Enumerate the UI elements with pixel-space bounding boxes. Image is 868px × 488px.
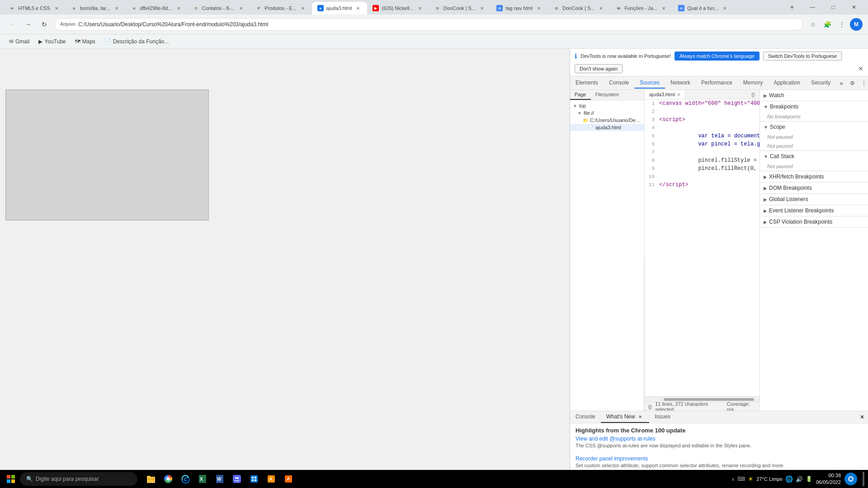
devtools-settings-icon[interactable]: ⚙ (847, 78, 858, 89)
taskbar-app-file-explorer[interactable] (143, 471, 159, 487)
bookmark-descrição-da-função...[interactable]: 📄Descrição da Função... (101, 38, 172, 46)
tray-network-icon[interactable]: 🌐 (785, 475, 793, 483)
tab-close-5[interactable]: ✕ (299, 5, 307, 12)
tab-close-3[interactable]: ✕ (175, 5, 182, 12)
taskbar-app-discord[interactable] (229, 471, 245, 487)
tab-close-10[interactable]: ✕ (597, 5, 604, 12)
debug-section-xhr-header[interactable]: ▶ XHR/fetch Breakpoints (760, 171, 868, 182)
bookmark-maps[interactable]: 🗺Maps (71, 38, 99, 46)
extensions-icon[interactable]: 🧩 (821, 18, 834, 31)
browser-tab-8[interactable]: DDonCook | S...✕ (429, 2, 491, 14)
editor-tab-ajuda3[interactable]: ajuda3.html ✕ (645, 90, 685, 99)
bottom-tab-console[interactable]: Console (570, 411, 601, 423)
sources-tab-filesystem[interactable]: Filesystem (591, 90, 624, 100)
switch-language-button[interactable]: Switch DevTools to Portuguese (763, 52, 842, 61)
taskbar-app-paint[interactable] (263, 471, 279, 487)
editor-tab-close-icon[interactable]: ✕ (677, 92, 680, 97)
debug-section-watch-header[interactable]: ▶ Watch (760, 90, 868, 101)
tray-up-arrow[interactable]: ∧ (731, 477, 735, 482)
tab-close-9[interactable]: ✕ (535, 5, 542, 12)
code-content[interactable]: 1<canvas width="600" height="400"></canv… (645, 99, 760, 396)
file-tree-item-top[interactable]: ▼ top (570, 102, 644, 109)
tab-close-12[interactable]: ✕ (721, 5, 728, 12)
minimize-button[interactable]: — (802, 0, 823, 14)
sources-tab-page[interactable]: Page (570, 90, 591, 100)
notification-close-icon[interactable]: ✕ (858, 65, 863, 72)
debug-section-event-header[interactable]: ▶ Event Listener Breakpoints (760, 205, 868, 216)
tray-keyboard-icon[interactable]: ⌨ (737, 476, 745, 482)
taskbar-app-box[interactable] (246, 471, 262, 487)
whats-new-link-1[interactable]: View and edit @supports at-rules (576, 436, 863, 442)
file-tree-item-dir[interactable]: 📁 C:/Users/Usuario/Desktop/Curs... (570, 117, 644, 124)
taskbar-time[interactable]: 00:38 06/05/2022 (816, 472, 841, 486)
new-tab-button[interactable]: + (786, 1, 798, 14)
debug-section-dom-header[interactable]: ▶ DOM Breakpoints (760, 183, 868, 193)
tab-close-4[interactable]: ✕ (237, 5, 245, 12)
devtools-tab-network[interactable]: Network (665, 78, 696, 89)
debug-section-breakpoints-header[interactable]: ▼ Breakpoints (760, 101, 868, 112)
debug-section-global-header[interactable]: ▶ Global Listeners (760, 194, 868, 205)
tab-close-11[interactable]: ✕ (660, 5, 667, 12)
browser-tab-3[interactable]: ddfb4298e-8d...✕ (126, 2, 188, 14)
tab-close-1[interactable]: ✕ (53, 5, 60, 12)
file-tree-item-file[interactable]: ▼ file:// (570, 109, 644, 117)
taskbar-app-chrome[interactable] (160, 471, 176, 487)
reload-button[interactable]: ↻ (38, 18, 51, 31)
start-button[interactable] (4, 472, 18, 486)
back-button[interactable]: ← (5, 18, 18, 31)
browser-tab-12[interactable]: GQual é a fun...✕ (673, 2, 734, 14)
taskbar-app-excel[interactable]: X (194, 471, 211, 487)
devtools-tabs-more-icon[interactable]: » (836, 78, 847, 89)
tab-close-6[interactable]: ✕ (354, 5, 362, 12)
browser-tab-2[interactable]: bbom/dia, tar...✕ (66, 2, 126, 14)
cortana-icon[interactable] (844, 473, 857, 485)
taskbar-app-tool[interactable] (280, 471, 297, 487)
devtools-tab-security[interactable]: Security (806, 78, 836, 89)
always-match-button[interactable]: Always match Chrome's language (675, 52, 760, 61)
browser-tab-1[interactable]: HHTML5 e CSS✕ (4, 2, 66, 14)
bottom-close-icon[interactable]: ✕ (856, 412, 868, 422)
browser-tab-7[interactable]: ▶(626) Nickell...✕ (367, 2, 429, 14)
debug-section-csp-header[interactable]: ▶ CSP Violation Breakpoints (760, 216, 868, 227)
devtools-more-icon[interactable]: ⋮ (859, 78, 868, 89)
browser-tab-11[interactable]: MFunções - Ja...✕ (610, 2, 673, 14)
dont-show-again-button[interactable]: Don't show again (575, 64, 623, 73)
devtools-tab-performance[interactable]: Performance (696, 78, 738, 89)
debug-section-scope-header[interactable]: ▼ Scope (760, 122, 868, 132)
maximize-button[interactable]: □ (823, 0, 844, 14)
taskbar-app-edge[interactable] (177, 471, 193, 487)
debug-section-callstack-header[interactable]: ▼ Call Stack (760, 151, 868, 162)
bookmarks-icon[interactable]: ☆ (807, 18, 819, 31)
show-desktop-btn[interactable] (863, 472, 864, 486)
file-tree-item-file-selected[interactable]: 📄 ajuda3.html (570, 124, 644, 131)
tray-battery-icon[interactable]: 🔋 (806, 476, 812, 482)
forward-button[interactable]: → (22, 18, 34, 31)
browser-tab-4[interactable]: CContatos - 8-...✕ (188, 2, 250, 14)
profile-button[interactable]: M (850, 18, 863, 31)
tab-close-7[interactable]: ✕ (416, 5, 424, 12)
tab-close-2[interactable]: ✕ (113, 5, 120, 12)
taskbar-search[interactable]: 🔍 Digite aqui para pesquisar (20, 472, 137, 486)
devtools-tab-memory[interactable]: Memory (738, 78, 768, 89)
devtools-tab-sources[interactable]: Sources (634, 78, 665, 89)
bookmark-youtube[interactable]: ▶YouTube (35, 38, 69, 46)
browser-tab-5[interactable]: PProdutos - E...✕ (250, 2, 311, 14)
horizontal-scrollbar-thumb[interactable] (664, 398, 754, 401)
tray-weather-icon[interactable]: ☀ (748, 475, 754, 483)
browser-tab-9[interactable]: Gtag nav html✕ (491, 2, 548, 14)
devtools-tab-console[interactable]: Console (604, 78, 634, 89)
bookmark-gmail[interactable]: ✉Gmail (5, 38, 33, 46)
close-button[interactable]: ✕ (844, 0, 864, 14)
browser-tab-10[interactable]: DDonCook | S...✕ (548, 2, 610, 14)
editor-pretty-print-icon[interactable]: {} (749, 90, 758, 99)
tray-volume-icon[interactable]: 🔊 (796, 476, 803, 483)
devtools-tab-elements[interactable]: Elements (570, 78, 604, 89)
bottom-tab-issues[interactable]: Issues (649, 411, 676, 423)
bottom-tab-whatsnew[interactable]: What's New ✕ (601, 411, 649, 423)
menu-icon[interactable]: ⋮ (835, 18, 848, 31)
taskbar-app-word[interactable]: W (212, 471, 228, 487)
browser-tab-6[interactable]: aajuda3.html✕ (312, 2, 368, 14)
address-input[interactable]: Arquivo C:/Users/Usuario/Desktop/Curso%2… (54, 18, 803, 31)
tab-close-8[interactable]: ✕ (478, 5, 486, 12)
whats-new-link-2[interactable]: Recorder panel improvements (576, 455, 863, 462)
